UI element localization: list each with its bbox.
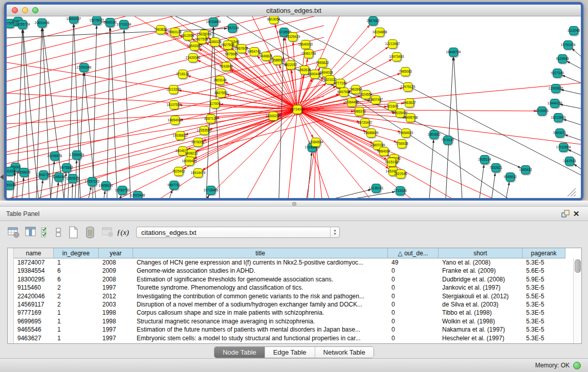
graph-edge[interactable] [124, 30, 130, 199]
table-cell[interactable]: 5.3E-5 [522, 317, 565, 325]
table-cell[interactable]: 0 [388, 275, 439, 283]
table-cell[interactable]: 2 [54, 283, 99, 292]
graph-node[interactable]: 17359924 [70, 151, 84, 160]
graph-node[interactable]: 8454749 [248, 48, 261, 56]
table-row[interactable]: 911546021997Tourette syndrome. Phenomeno… [14, 283, 574, 292]
graph-edge[interactable] [57, 182, 58, 199]
graph-node[interactable]: 18495768 [403, 114, 418, 122]
table-cell[interactable]: 0 [388, 292, 439, 300]
table-row[interactable]: 946362711997Embryonic stem cells: a mode… [14, 334, 574, 342]
graph-node[interactable]: 1145194 [53, 173, 66, 182]
graph-node[interactable]: 2935114 [478, 156, 491, 164]
table-row[interactable]: 969969511998Structural magnetic resonanc… [14, 317, 574, 325]
table-cell[interactable]: Corpus callosum shape and size in male p… [133, 309, 388, 317]
graph-node[interactable]: 15751074 [561, 41, 576, 50]
table-cell[interactable]: 5.3E-5 [522, 283, 565, 292]
graph-node[interactable]: 10958107 [99, 182, 114, 190]
table-cell[interactable]: 2008 [99, 275, 133, 283]
graph-edge[interactable] [206, 110, 297, 199]
panel-splitter[interactable] [0, 201, 588, 207]
canvas-resize-grip[interactable] [568, 188, 576, 196]
table-cell[interactable]: 9115460 [14, 283, 54, 292]
graph-node[interactable]: 15276027 [90, 16, 104, 25]
table-cell[interactable]: 5.9E-5 [522, 275, 565, 283]
table-cell[interactable]: Stergiakouli et al. (2012) [439, 292, 522, 300]
graph-edge[interactable] [567, 61, 581, 69]
table-cell[interactable]: 5.3E-5 [522, 334, 565, 342]
table-cell[interactable]: Embryonic stem cells: a model to study s… [133, 334, 388, 342]
table-cell[interactable]: 5.3E-5 [522, 258, 565, 267]
table-cell[interactable]: Jankovic et al. (1997) [439, 283, 522, 292]
table-cell[interactable]: 1 [54, 317, 99, 325]
graph-edge[interactable] [316, 147, 322, 199]
graph-edge[interactable] [207, 195, 209, 199]
table-cell[interactable]: 1997 [99, 325, 133, 334]
table-row[interactable]: 1938455462009Genome-wide association stu… [14, 267, 574, 275]
graph-node[interactable]: 5693071 [553, 129, 567, 138]
graph-node[interactable]: 8215953 [535, 107, 549, 116]
graph-edge[interactable] [273, 16, 581, 175]
graph-node[interactable]: 20691406 [35, 19, 50, 28]
column-header-in_degree[interactable]: in_degree [54, 248, 99, 258]
close-window-button[interactable] [12, 7, 18, 13]
table-cell[interactable]: Dudbridge et al. (2008) [439, 275, 522, 283]
graph-node[interactable]: 2718126 [176, 70, 189, 79]
graph-edge[interactable] [22, 178, 24, 199]
graph-edge[interactable] [7, 110, 297, 124]
table-cell[interactable]: 5.6E-5 [522, 267, 565, 275]
table-cell[interactable]: 49 [388, 258, 439, 267]
graph-node[interactable]: 18107554 [167, 101, 182, 110]
graph-edge[interactable] [7, 61, 324, 140]
graph-node[interactable]: 10719134 [117, 20, 132, 29]
graph-node[interactable]: 7832621 [489, 164, 503, 172]
table-cell[interactable]: 0 [388, 309, 439, 317]
table-cell[interactable]: Estimation of significance thresholds fo… [133, 275, 388, 283]
network-canvas[interactable]: 1872400718300295937504112466782405572420… [7, 16, 581, 199]
row-height-button[interactable] [52, 225, 64, 240]
graph-node[interactable]: 7463822 [154, 26, 167, 34]
column-header-title[interactable]: title [133, 248, 388, 258]
graph-edge[interactable] [334, 189, 371, 199]
graph-node[interactable]: 10973493 [389, 53, 404, 61]
column-header-out_de[interactable]: △ out_de... [388, 248, 439, 258]
tab-node-table[interactable]: Node Table [214, 347, 265, 358]
tab-network-table[interactable]: Network Table [315, 347, 374, 358]
table-cell[interactable]: 5.3E-5 [522, 300, 565, 309]
graph-node[interactable]: 8813054 [267, 16, 280, 24]
graph-node[interactable]: 1695432 [519, 166, 532, 174]
graph-node[interactable]: 18654923 [168, 116, 183, 125]
graph-edge[interactable] [120, 195, 121, 199]
graph-node[interactable]: 12213967 [385, 40, 400, 49]
graph-edge[interactable] [213, 27, 220, 199]
table-cell[interactable]: 6 [54, 267, 99, 275]
table-cell[interactable]: 22420046 [14, 292, 54, 300]
graph-edge[interactable] [288, 110, 297, 199]
graph-node[interactable]: 8267130 [204, 115, 217, 123]
table-scrollbar[interactable] [573, 258, 581, 343]
graph-node[interactable]: 7857224 [226, 24, 239, 33]
graph-edge[interactable] [506, 182, 509, 199]
table-cell[interactable]: 9465546 [14, 325, 54, 334]
table-cell[interactable]: 2012 [99, 292, 133, 300]
graph-node[interactable]: 15720407 [358, 119, 373, 127]
table-cell[interactable]: Genome-wide association studies in ADHD. [133, 267, 388, 275]
table-cell[interactable]: 1 [54, 309, 99, 317]
graph-node[interactable]: 16914479 [191, 169, 206, 178]
table-row[interactable]: 1830029562008Estimation of significance … [14, 275, 574, 283]
graph-edge[interactable] [572, 49, 581, 56]
graph-node[interactable]: 9129946 [556, 55, 569, 63]
graph-node[interactable]: 16099489 [182, 157, 197, 166]
graph-edge[interactable] [308, 152, 312, 199]
close-panel-icon[interactable]: ✕ [571, 209, 582, 218]
graph-node[interactable]: 21053346 [77, 63, 92, 72]
graph-node[interactable]: 8466160 [103, 18, 117, 27]
graph-node[interactable]: 8186328 [208, 38, 222, 47]
table-cell[interactable]: 2 [54, 292, 99, 300]
graph-edge[interactable] [89, 187, 91, 199]
graph-edge[interactable] [209, 110, 297, 129]
graph-node[interactable]: 23420046 [186, 54, 201, 62]
table-cell[interactable]: 0 [388, 283, 439, 292]
table-cell[interactable]: 5.3E-5 [522, 325, 565, 334]
table-cell[interactable]: 14569117 [14, 300, 54, 309]
network-graph[interactable]: 1872400718300295937504112466782405572420… [7, 16, 581, 199]
